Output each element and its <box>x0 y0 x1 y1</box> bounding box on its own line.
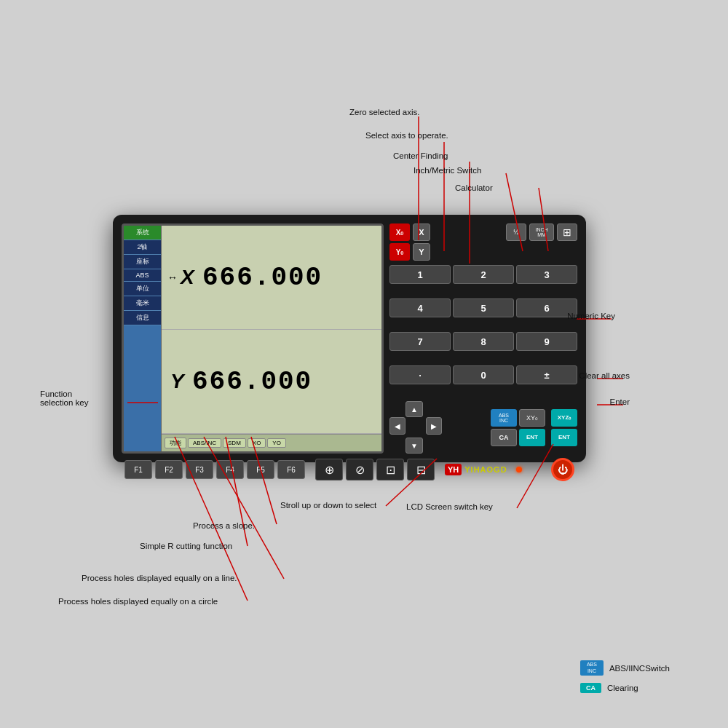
menu-item-coord[interactable]: 座标 <box>124 255 161 269</box>
num-dot[interactable]: · <box>389 365 451 384</box>
bottom-controls: ▲ ▼ ◀ ▶ ABSINC XY₀ CA ENT <box>389 401 577 454</box>
y0-button[interactable]: Y₀ <box>389 243 410 261</box>
f6-button[interactable]: F6 <box>277 460 305 479</box>
annotation-holes-line: Process holes displayed equally on a lin… <box>82 574 237 582</box>
logo-yh: YH <box>445 464 462 475</box>
y-axis-display: Y 666.000 <box>162 330 381 434</box>
brand-logo: YH YIHAOGD <box>445 464 507 475</box>
special4-button[interactable]: ⊟ <box>407 459 435 480</box>
num-7[interactable]: 7 <box>389 332 451 351</box>
f3-button[interactable]: F3 <box>186 460 213 479</box>
ent2-button[interactable]: ENT <box>551 429 577 446</box>
legend-ca-btn: CA <box>580 683 601 693</box>
special-buttons: ⊕ ⊘ ⊡ ⊟ <box>315 459 435 480</box>
menu-item-unit[interactable]: 单位 <box>124 282 161 296</box>
y-select-button[interactable]: Y <box>413 243 430 261</box>
annotation-clearall: Clear all axes <box>579 371 630 380</box>
logo-text: YIHAOGD <box>464 465 507 474</box>
annotation-slope: Process a slope. <box>193 521 255 530</box>
annotation-calc: Calculator <box>455 183 493 192</box>
action-buttons: ABSINC XY₀ CA ENT <box>491 409 545 446</box>
xyz-button[interactable]: XYZ₀ <box>551 409 577 427</box>
num-4[interactable]: 4 <box>389 298 451 317</box>
action-row-1: ABSINC XY₀ <box>491 409 545 427</box>
annotation-numeric: Numeric Key <box>567 312 615 320</box>
special3-button[interactable]: ⊡ <box>376 459 404 480</box>
annotation-simpler: Simple R cutting function <box>140 542 232 550</box>
ent-button[interactable]: ENT <box>519 429 545 446</box>
num-3[interactable]: 3 <box>516 265 577 284</box>
f5-button[interactable]: F5 <box>247 460 274 479</box>
xy-button[interactable]: XY₀ <box>519 409 545 427</box>
footer-func[interactable]: 功能 <box>165 438 186 448</box>
num-2[interactable]: 2 <box>453 265 514 284</box>
menu-item-system[interactable]: 系统 <box>124 226 161 240</box>
y-label: Y <box>170 370 192 393</box>
inch-metric-button[interactable]: INCHMM <box>529 223 554 241</box>
device-bottom: F1 F2 F3 F4 F5 F6 ⊕ ⊘ ⊡ ⊟ YH YIHAOGD ⏻ <box>122 458 577 481</box>
footer-sdm[interactable]: SDM <box>223 438 246 448</box>
device: 系统 2轴 座标 ABS 单位 毫米 信息 ↔ X 666.000 <box>113 215 586 462</box>
annotation-stroll: Stroll up or down to select <box>280 501 376 510</box>
legend-section: ABSINC ABS/IINCSwitch CA Clearing <box>580 660 670 693</box>
legend-abs-label: ABS/IINCSwitch <box>609 664 670 673</box>
abs-inc-button[interactable]: ABSINC <box>491 409 517 427</box>
x-arrow: ↔ <box>167 272 178 283</box>
top-controls: X₀ Y₀ X Y ½ INCHMM ⊞ <box>389 223 577 261</box>
x-label: X <box>181 266 202 289</box>
num-1[interactable]: 1 <box>389 265 451 284</box>
power-button[interactable]: ⏻ <box>551 458 574 481</box>
x-select-button[interactable]: X <box>413 223 430 241</box>
ca-button[interactable]: CA <box>491 429 517 446</box>
half-button[interactable]: ½ <box>506 223 526 241</box>
control-panel: X₀ Y₀ X Y ½ INCHMM ⊞ 1 2 3 4 5 <box>389 223 577 454</box>
x-value: 666.000 <box>202 263 323 293</box>
special2-button[interactable]: ⊘ <box>346 459 373 480</box>
num-8[interactable]: 8 <box>453 332 514 351</box>
axis-select-buttons: X Y <box>413 223 430 261</box>
numpad: 1 2 3 4 5 6 7 8 9 · 0 ± <box>389 265 577 397</box>
calculator-button[interactable]: ⊞ <box>557 223 577 241</box>
y-value: 666.000 <box>192 367 312 397</box>
footer-yo[interactable]: YO <box>267 438 286 448</box>
dpad: ▲ ▼ ◀ ▶ <box>389 401 442 454</box>
f4-button[interactable]: F4 <box>216 460 244 479</box>
annotation-inch: Inch/Metric Switch <box>414 166 481 175</box>
lcd-screen: 系统 2轴 座标 ABS 单位 毫米 信息 ↔ X 666.000 <box>122 223 384 454</box>
dpad-left[interactable]: ◀ <box>389 417 405 435</box>
annotation-zero-axis: Zero selected axis. <box>349 108 420 116</box>
legend-abs-btn: ABSINC <box>580 660 604 676</box>
footer-absinc[interactable]: ABS/INC <box>188 438 221 448</box>
f-buttons: F1 F2 F3 F4 F5 F6 <box>124 460 305 479</box>
f1-button[interactable]: F1 <box>124 460 152 479</box>
footer-xo[interactable]: XO <box>248 438 266 448</box>
x-axis-display: ↔ X 666.000 <box>162 226 381 330</box>
dpad-down[interactable]: ▼ <box>405 438 423 454</box>
f2-button[interactable]: F2 <box>155 460 183 479</box>
menu-sidebar: 系统 2轴 座标 ABS 单位 毫米 信息 <box>124 226 162 451</box>
legend-abs: ABSINC ABS/IINCSwitch <box>580 660 670 676</box>
screen-footer: 功能 ABS/INC SDM XO YO <box>162 434 381 451</box>
annotation-select-axis: Select axis to operate. <box>365 131 448 140</box>
menu-item-abs[interactable]: ABS <box>124 269 161 282</box>
legend-ca-label: Clearing <box>607 684 638 692</box>
top-right-buttons: ½ INCHMM ⊞ <box>506 223 577 241</box>
led-indicator <box>516 467 522 472</box>
menu-item-mm[interactable]: 毫米 <box>124 296 161 311</box>
num-5[interactable]: 5 <box>453 298 514 317</box>
annotation-lcd-switch: LCD Screen switch key <box>406 502 493 511</box>
dpad-up[interactable]: ▲ <box>405 401 423 417</box>
menu-item-info[interactable]: 信息 <box>124 311 161 325</box>
legend-ca: CA Clearing <box>580 683 670 693</box>
menu-item-axis[interactable]: 2轴 <box>124 240 161 255</box>
annotation-function: Functionselection key <box>40 389 88 407</box>
x0-button[interactable]: X₀ <box>389 223 410 241</box>
axis-zero-buttons: X₀ Y₀ <box>389 223 410 261</box>
dpad-right[interactable]: ▶ <box>426 417 442 435</box>
num-9[interactable]: 9 <box>516 332 577 351</box>
annotation-holes-circle: Process holes displayed equally on a cir… <box>58 597 218 606</box>
num-0[interactable]: 0 <box>453 365 514 384</box>
special1-button[interactable]: ⊕ <box>315 459 343 480</box>
num-plusminus[interactable]: ± <box>516 365 577 384</box>
screen-main: ↔ X 666.000 Y 666.000 功能 ABS/INC SDM XO <box>162 226 381 451</box>
